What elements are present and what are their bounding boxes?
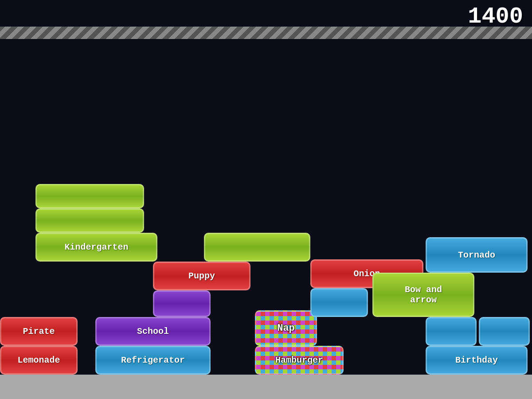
top-stripe <box>0 27 532 39</box>
kindergarten-block[interactable]: Kindergarten <box>35 233 157 262</box>
game-area: Kindergarten Puppy Pirate Lemonade Schoo… <box>0 39 532 375</box>
blue-right-2-block[interactable] <box>479 317 530 346</box>
purple-blank-block[interactable] <box>153 290 211 317</box>
puppy-block[interactable]: Puppy <box>153 262 250 290</box>
score-display: 1400 <box>468 4 523 30</box>
nap-block[interactable]: Nap <box>255 310 317 346</box>
lime-block-top-right[interactable] <box>35 208 144 233</box>
lemonade-block[interactable]: Lemonade <box>0 346 78 375</box>
school-block[interactable]: School <box>95 317 211 346</box>
floor <box>0 375 532 399</box>
lime-block-top-left[interactable] <box>35 184 144 208</box>
bow-arrow-block[interactable]: Bow and arrow <box>372 273 474 317</box>
birthday-block[interactable]: Birthday <box>426 346 528 375</box>
refrigerator-block[interactable]: Refrigerator <box>95 346 211 375</box>
pirate-block[interactable]: Pirate <box>0 317 78 346</box>
blue-blank-mid-block[interactable] <box>310 288 368 317</box>
tornado-block[interactable]: Tornado <box>426 237 528 273</box>
lime-block-right[interactable] <box>204 233 310 262</box>
hamburger-block[interactable]: Hamburger <box>255 346 344 375</box>
blue-right-1-block[interactable] <box>426 317 477 346</box>
